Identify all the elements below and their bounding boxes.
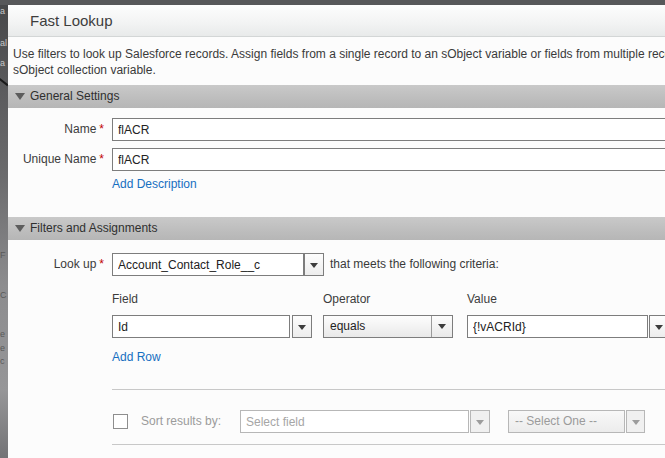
- filter-operator-select[interactable]: equals: [323, 315, 453, 338]
- dialog-description: Use filters to look up Salesforce record…: [13, 46, 665, 78]
- chevron-down-icon: [476, 420, 484, 425]
- filter-value-input[interactable]: [467, 315, 648, 338]
- name-label: Name*: [8, 118, 104, 141]
- chevron-down-icon: [298, 325, 306, 330]
- description-line-2: sObject collection variable.: [13, 62, 665, 78]
- unique-name-label-text: Unique Name: [23, 152, 96, 166]
- name-label-text: Name: [64, 122, 96, 136]
- fast-lookup-dialog: Fast Lookup Use filters to look up Sales…: [8, 5, 665, 458]
- background-text-fragment: c: [0, 357, 5, 366]
- background-text-fragment: e: [0, 344, 5, 353]
- lookup-object-input[interactable]: [112, 253, 304, 276]
- sort-order-dropdown-button: [626, 410, 645, 433]
- section-label: Filters and Assignments: [30, 217, 157, 240]
- chevron-down-icon: [310, 263, 318, 268]
- collapse-triangle-icon[interactable]: [15, 93, 25, 100]
- background-text-fragment: C: [0, 291, 7, 300]
- filter-field-input[interactable]: [112, 315, 290, 338]
- section-label: General Settings: [30, 85, 119, 108]
- sort-field-dropdown-button: [470, 410, 490, 433]
- chevron-down-icon: [632, 420, 640, 425]
- background-text-fragment: e: [0, 330, 5, 339]
- unique-name-input[interactable]: [112, 148, 665, 171]
- section-header-filters-assignments[interactable]: Filters and Assignments: [8, 217, 665, 240]
- background-text-fragment: al: [0, 39, 7, 48]
- name-input[interactable]: [112, 118, 665, 141]
- operator-selected-value: equals: [330, 316, 430, 337]
- background-text-fragment: a: [0, 59, 5, 68]
- collapse-triangle-icon[interactable]: [15, 225, 25, 232]
- lookup-label-text: Look up: [54, 257, 97, 271]
- chevron-down-icon: [655, 325, 663, 330]
- background-text-fragment: a: [0, 7, 5, 16]
- column-header-field: Field: [112, 292, 138, 306]
- flow-designer-screen: a al a F C e e c Fast Lookup Use filters…: [0, 0, 665, 458]
- lookup-label: Look up*: [8, 253, 104, 276]
- filter-value-dropdown-button[interactable]: [649, 315, 665, 338]
- sort-order-select: -- Select One --: [508, 410, 625, 433]
- unique-name-label: Unique Name*: [8, 148, 104, 171]
- chevron-down-icon: [438, 324, 446, 329]
- criteria-text: that meets the following criteria:: [330, 253, 499, 276]
- sort-results-label: Sort results by:: [141, 410, 221, 433]
- divider: [112, 389, 665, 390]
- description-line-1: Use filters to look up Salesforce record…: [13, 46, 665, 62]
- dialog-title: Fast Lookup: [30, 5, 113, 36]
- operator-dropdown-area[interactable]: [431, 316, 452, 337]
- column-header-value: Value: [467, 292, 497, 306]
- background-page-left-strip: a al a F C e e c: [0, 5, 8, 458]
- sort-checkbox[interactable]: [113, 414, 128, 429]
- required-asterisk: *: [99, 122, 104, 136]
- sort-order-selected-value: -- Select One --: [515, 411, 602, 432]
- lookup-object-dropdown-button[interactable]: [304, 253, 324, 276]
- add-description-link[interactable]: Add Description: [112, 177, 197, 191]
- add-row-link[interactable]: Add Row: [112, 350, 161, 364]
- required-asterisk: *: [99, 257, 104, 271]
- background-text-fragment: F: [0, 251, 6, 260]
- filter-field-dropdown-button[interactable]: [292, 315, 312, 338]
- sort-field-input: [240, 410, 469, 433]
- required-asterisk: *: [99, 152, 104, 166]
- section-header-general-settings[interactable]: General Settings: [8, 85, 665, 108]
- divider: [112, 444, 665, 445]
- dialog-titlebar: Fast Lookup: [8, 5, 665, 37]
- column-header-operator: Operator: [323, 292, 370, 306]
